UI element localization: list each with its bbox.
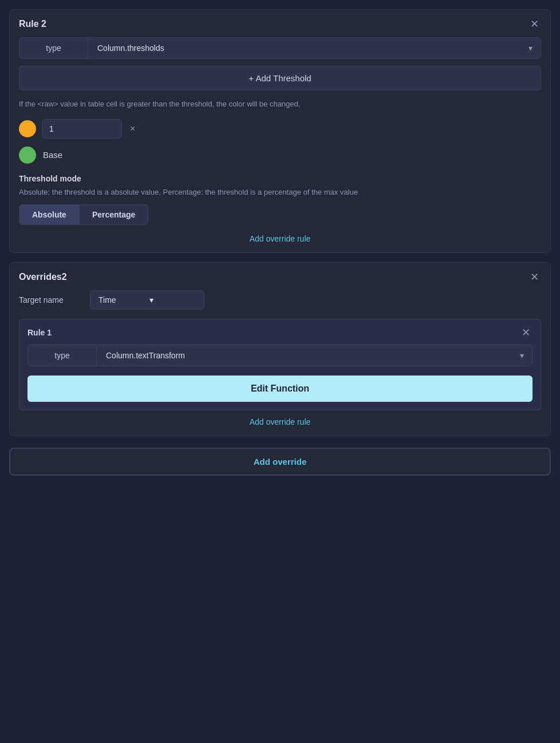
overrides2-rule1-title: Rule 1 [27,328,52,337]
overrides2-rule1-type-row: type Column.textTransform ▾ [27,345,533,366]
overrides2-close-button[interactable]: ✕ [528,272,541,282]
threshold-remove-button[interactable]: × [128,124,137,134]
overrides2-rule1-close-button[interactable]: ✕ [519,327,533,338]
overrides2-header: Overrides2 ✕ [19,272,541,282]
target-name-select[interactable]: Time ▾ [90,290,204,310]
rule2-add-override-rule-link[interactable]: Add override rule [19,234,541,243]
rule2-info-text: If the <raw> value in table cell is grea… [19,98,541,110]
rule2-type-label: type [19,38,88,58]
threshold-mode-desc: Absolute: the threshold is a absolute va… [19,187,541,198]
overrides2-rule1-type-select[interactable]: Column.textTransform [97,345,532,366]
overrides2-rule1-select-wrapper[interactable]: Column.textTransform ▾ [97,345,532,366]
rule2-type-select[interactable]: Column.thresholds [88,38,541,58]
threshold-color-dot[interactable] [19,120,36,137]
target-name-label: Target name [19,295,82,305]
rule2-type-select-wrapper[interactable]: Column.thresholds ▾ [88,38,541,58]
overrides2-rule1-type-label: type [28,345,97,366]
overrides2-add-override-rule-link[interactable]: Add override rule [19,417,541,426]
overrides2-rule1-header: Rule 1 ✕ [27,327,533,338]
threshold-mode-section: Threshold mode Absolute: the threshold i… [19,174,541,226]
edit-function-button[interactable]: Edit Function [27,376,533,402]
target-name-row: Target name Time ▾ [19,290,541,310]
threshold-value-input[interactable] [42,119,122,139]
target-name-value: Time [98,295,145,305]
percentage-mode-button[interactable]: Percentage [80,204,148,225]
overrides2-title: Overrides2 [19,272,67,282]
base-label: Base [43,150,62,160]
add-threshold-button[interactable]: + Add Threshold [19,66,541,90]
rule2-card: Rule 2 ✕ type Column.thresholds ▾ + Add … [9,9,551,253]
base-item: Base [19,147,541,164]
rule2-close-button[interactable]: ✕ [528,19,541,29]
overrides2-rule1-card: Rule 1 ✕ type Column.textTransform ▾ Edi… [19,319,541,410]
add-override-button[interactable]: Add override [9,448,551,476]
overrides2-card: Overrides2 ✕ Target name Time ▾ Rule 1 ✕… [9,262,551,436]
target-name-chevron-icon: ▾ [149,295,196,305]
threshold-mode-label: Threshold mode [19,174,541,183]
rule2-title: Rule 2 [19,19,46,29]
base-color-dot[interactable] [19,147,36,164]
mode-buttons-group: Absolute Percentage [19,204,541,225]
threshold-item: × [19,119,541,139]
rule2-header: Rule 2 ✕ [19,19,541,29]
absolute-mode-button[interactable]: Absolute [19,204,80,225]
rule2-type-row: type Column.thresholds ▾ [19,37,541,59]
